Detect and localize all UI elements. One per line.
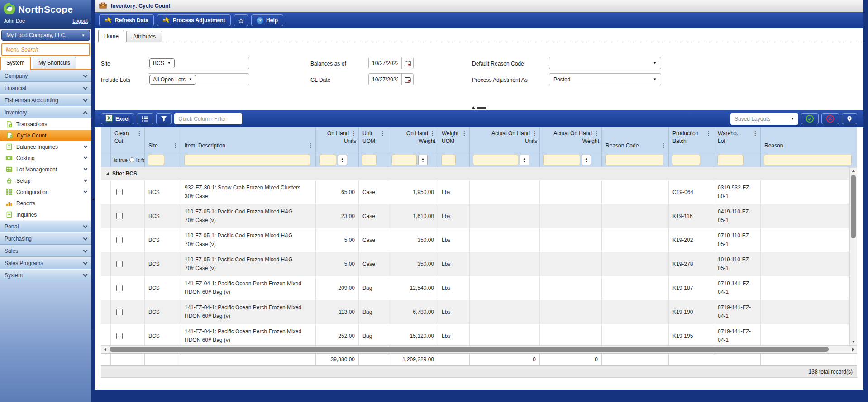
filter-cell-actual_weight[interactable]: ▲▼ bbox=[540, 152, 602, 167]
column-header-actual_units[interactable]: Actual On Hand⋮Units bbox=[470, 127, 540, 152]
column-menu-icon[interactable]: ⋮ bbox=[378, 131, 386, 136]
cell-reason-code[interactable] bbox=[602, 252, 669, 276]
filter-input-site[interactable] bbox=[148, 155, 164, 165]
column-header-lot[interactable]: Wareho…⋮Lot bbox=[714, 127, 761, 152]
sidebar-item-costing[interactable]: Costing bbox=[0, 152, 91, 164]
cell-actual-on-hand-units[interactable] bbox=[470, 180, 540, 204]
column-header-site[interactable]: Site⋮ bbox=[145, 127, 181, 152]
cell-actual-on-hand-units[interactable] bbox=[470, 252, 540, 276]
horizontal-scrollbar[interactable] bbox=[101, 345, 857, 353]
cell-actual-on-hand-weight[interactable] bbox=[540, 324, 602, 345]
filter-button[interactable] bbox=[156, 113, 172, 124]
filter-input-weight[interactable] bbox=[391, 155, 417, 165]
row-checkbox[interactable] bbox=[116, 261, 123, 267]
column-header-weight[interactable]: On Hand⋮Weight bbox=[388, 127, 438, 152]
site-field[interactable]: BCS ▼ bbox=[148, 57, 249, 69]
cell-actual-on-hand-weight[interactable] bbox=[540, 300, 602, 324]
sidebar-item-setup[interactable]: Setup bbox=[0, 175, 91, 186]
cell-reason[interactable] bbox=[761, 324, 849, 345]
default-reason-code-select[interactable]: ▼ bbox=[549, 57, 661, 69]
balances-as-of-field[interactable] bbox=[368, 57, 414, 69]
filter-cell-weight[interactable]: ▲▼ bbox=[388, 152, 438, 167]
row-checkbox[interactable] bbox=[116, 189, 123, 195]
filter-input-item[interactable] bbox=[184, 155, 310, 165]
tab-attributes[interactable]: Attributes bbox=[126, 31, 162, 42]
cell-reason[interactable] bbox=[761, 300, 849, 324]
cell-reason-code[interactable] bbox=[602, 324, 669, 345]
excel-export-button[interactable]: X Excel bbox=[101, 113, 134, 124]
sidebar-group-financial[interactable]: Financial bbox=[0, 82, 91, 94]
column-header-actual_weight[interactable]: Actual On Hand⋮Weight bbox=[540, 127, 602, 152]
cell-actual-on-hand-weight[interactable] bbox=[540, 228, 602, 252]
horizontal-scroll-thumb[interactable] bbox=[110, 347, 829, 352]
spinner-icon[interactable]: ▲▼ bbox=[582, 155, 591, 165]
sidebar-item-lot-management[interactable]: Lot Management bbox=[0, 164, 91, 175]
process-adjustment-as-select[interactable]: Posted ▼ bbox=[549, 73, 661, 85]
column-header-uom[interactable]: Unit⋮UOM bbox=[359, 127, 388, 152]
filter-input-uom[interactable] bbox=[362, 155, 377, 165]
sidebar-group-system[interactable]: System bbox=[0, 269, 91, 281]
row-checkbox[interactable] bbox=[116, 309, 123, 315]
filter-input-wuom[interactable] bbox=[441, 155, 456, 165]
logout-link[interactable]: Logout bbox=[72, 18, 88, 24]
column-menu-icon[interactable]: ⋮ bbox=[306, 143, 313, 148]
company-select[interactable]: My Food Company, LLC. ▼ bbox=[1, 30, 90, 41]
filter-cell-item[interactable] bbox=[181, 152, 316, 167]
sidebar-group-sales-programs[interactable]: Sales Programs bbox=[0, 257, 91, 269]
cell-actual-on-hand-units[interactable] bbox=[470, 204, 540, 228]
sidebar-group-purchasing[interactable]: Purchasing bbox=[0, 232, 91, 245]
sidebar-group-company[interactable]: Company bbox=[0, 70, 91, 82]
row-checkbox[interactable] bbox=[116, 213, 123, 219]
gl-date-input[interactable] bbox=[369, 74, 401, 85]
column-header-units[interactable]: On Hand⋮Units bbox=[316, 127, 359, 152]
filter-cell-reason[interactable] bbox=[761, 152, 857, 167]
balances-as-of-input[interactable] bbox=[369, 57, 401, 69]
save-layout-button[interactable] bbox=[801, 113, 819, 124]
column-menu-icon[interactable]: ⋮ bbox=[460, 131, 467, 136]
spinner-icon[interactable]: ▲▼ bbox=[520, 155, 529, 165]
cell-actual-on-hand-weight[interactable] bbox=[540, 204, 602, 228]
column-menu-icon[interactable]: ⋮ bbox=[751, 131, 758, 136]
filter-input-reason[interactable] bbox=[764, 155, 852, 165]
favorite-button[interactable]: ☆ bbox=[234, 14, 248, 26]
filter-cell-clean_out[interactable]: is trueis fa bbox=[111, 152, 145, 167]
column-header-reason_code[interactable]: Reason Code⋮ bbox=[602, 127, 669, 152]
filter-cell-reason_code[interactable] bbox=[602, 152, 669, 167]
spinner-icon[interactable]: ▲▼ bbox=[418, 155, 428, 165]
sidebar-item-balance-inquiries[interactable]: Balance Inquiries bbox=[0, 141, 91, 152]
filter-cell-units[interactable]: ▲▼ bbox=[316, 152, 359, 167]
cell-reason[interactable] bbox=[761, 276, 849, 300]
column-chooser-button[interactable] bbox=[137, 113, 153, 124]
process-adjustment-button[interactable]: Process Adjustment bbox=[157, 14, 231, 26]
column-header-batch[interactable]: Production⋮Batch bbox=[669, 127, 714, 152]
site-chip[interactable]: BCS ▼ bbox=[149, 58, 175, 68]
sidebar-group-portal[interactable]: Portal bbox=[0, 220, 91, 232]
vertical-scrollbar[interactable] bbox=[849, 167, 857, 345]
delete-layout-button[interactable] bbox=[821, 113, 839, 124]
sidebar-group-sales[interactable]: Sales bbox=[0, 245, 91, 257]
group-row[interactable]: Site: BCS bbox=[101, 167, 849, 180]
filter-cell-lot[interactable] bbox=[714, 152, 761, 167]
filter-input-reason_code[interactable] bbox=[605, 155, 663, 165]
spinner-icon[interactable]: ▲▼ bbox=[338, 155, 347, 165]
filter-cell-wuom[interactable] bbox=[438, 152, 470, 167]
calendar-icon[interactable] bbox=[401, 74, 413, 85]
column-menu-icon[interactable]: ⋮ bbox=[135, 131, 142, 136]
column-menu-icon[interactable]: ⋮ bbox=[171, 143, 178, 148]
column-menu-icon[interactable]: ⋮ bbox=[349, 131, 356, 136]
column-header-wuom[interactable]: Weight⋮UOM bbox=[438, 127, 470, 152]
cell-actual-on-hand-weight[interactable] bbox=[540, 276, 602, 300]
scroll-left-button[interactable] bbox=[101, 346, 109, 353]
sidebar-item-reports[interactable]: Reports bbox=[0, 198, 91, 209]
column-menu-icon[interactable]: ⋮ bbox=[592, 131, 599, 136]
column-menu-icon[interactable]: ⋮ bbox=[428, 131, 435, 136]
cell-actual-on-hand-units[interactable] bbox=[470, 276, 540, 300]
filter-cell-site[interactable] bbox=[145, 152, 181, 167]
cell-actual-on-hand-weight[interactable] bbox=[540, 180, 602, 204]
sidebar-collapse-arrow[interactable]: ◄ bbox=[91, 197, 95, 201]
filter-input-units[interactable] bbox=[319, 155, 336, 165]
menu-search-input[interactable] bbox=[1, 43, 90, 56]
cell-reason[interactable] bbox=[761, 228, 849, 252]
filter-input-actual_units[interactable] bbox=[473, 155, 518, 165]
column-header-item[interactable]: Item: Description⋮ bbox=[181, 127, 316, 152]
